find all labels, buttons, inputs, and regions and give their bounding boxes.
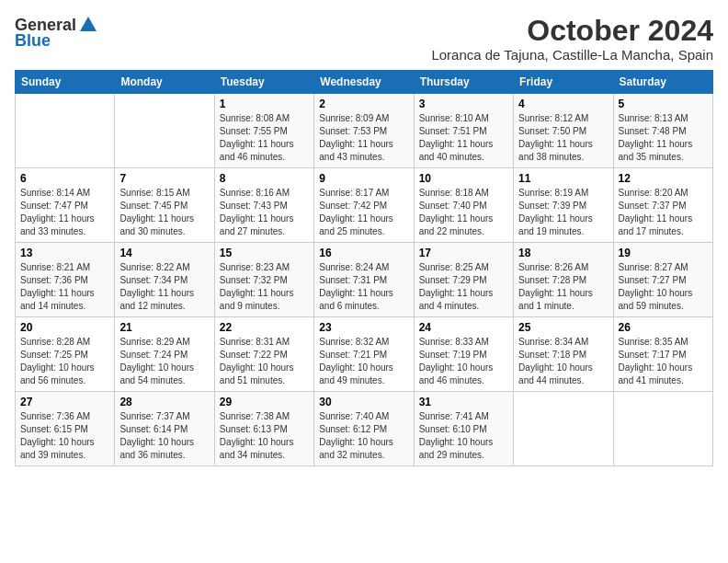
day-detail: Sunrise: 7:40 AM Sunset: 6:12 PM Dayligh…	[319, 410, 408, 462]
calendar-cell: 25Sunrise: 8:34 AM Sunset: 7:18 PM Dayli…	[514, 317, 613, 392]
day-number: 11	[518, 172, 608, 185]
calendar-cell: 16Sunrise: 8:24 AM Sunset: 7:31 PM Dayli…	[314, 243, 414, 317]
calendar-cell: 13Sunrise: 8:21 AM Sunset: 7:36 PM Dayli…	[16, 243, 115, 317]
day-detail: Sunrise: 8:15 AM Sunset: 7:45 PM Dayligh…	[119, 187, 209, 238]
day-detail: Sunrise: 8:33 AM Sunset: 7:19 PM Dayligh…	[419, 336, 508, 387]
day-number: 28	[119, 396, 209, 408]
day-number: 30	[319, 396, 408, 408]
calendar-cell	[16, 94, 115, 168]
day-number: 23	[319, 321, 408, 334]
logo: General Blue	[15, 15, 98, 51]
calendar-cell: 8Sunrise: 8:16 AM Sunset: 7:43 PM Daylig…	[214, 168, 313, 243]
day-number: 19	[619, 247, 708, 259]
day-detail: Sunrise: 8:10 AM Sunset: 7:51 PM Dayligh…	[419, 112, 508, 164]
day-detail: Sunrise: 8:25 AM Sunset: 7:29 PM Dayligh…	[419, 261, 508, 313]
calendar-week-row: 20Sunrise: 8:28 AM Sunset: 7:25 PM Dayli…	[16, 317, 713, 392]
day-detail: Sunrise: 8:13 AM Sunset: 7:48 PM Dayligh…	[619, 112, 708, 164]
calendar-cell: 18Sunrise: 8:26 AM Sunset: 7:28 PM Dayli…	[514, 243, 613, 317]
day-detail: Sunrise: 8:32 AM Sunset: 7:21 PM Dayligh…	[319, 336, 408, 387]
day-detail: Sunrise: 8:21 AM Sunset: 7:36 PM Dayligh…	[20, 261, 109, 313]
day-detail: Sunrise: 8:09 AM Sunset: 7:53 PM Dayligh…	[319, 112, 408, 164]
calendar-cell: 27Sunrise: 7:36 AM Sunset: 6:15 PM Dayli…	[16, 392, 115, 466]
calendar-cell: 24Sunrise: 8:33 AM Sunset: 7:19 PM Dayli…	[414, 317, 513, 392]
day-number: 8	[220, 172, 309, 185]
day-number: 10	[419, 172, 508, 185]
calendar-cell: 30Sunrise: 7:40 AM Sunset: 6:12 PM Dayli…	[314, 392, 414, 466]
day-number: 9	[319, 172, 408, 185]
day-number: 24	[419, 321, 508, 334]
calendar-cell: 9Sunrise: 8:17 AM Sunset: 7:42 PM Daylig…	[314, 168, 414, 243]
day-detail: Sunrise: 8:35 AM Sunset: 7:17 PM Dayligh…	[619, 336, 708, 387]
calendar-cell: 22Sunrise: 8:31 AM Sunset: 7:22 PM Dayli…	[214, 317, 313, 392]
svg-marker-0	[80, 17, 97, 31]
calendar-cell: 5Sunrise: 8:13 AM Sunset: 7:48 PM Daylig…	[613, 94, 712, 168]
calendar-table: SundayMondayTuesdayWednesdayThursdayFrid…	[15, 70, 713, 466]
day-number: 17	[419, 247, 508, 259]
day-detail: Sunrise: 7:41 AM Sunset: 6:10 PM Dayligh…	[419, 410, 508, 462]
calendar-cell: 15Sunrise: 8:23 AM Sunset: 7:32 PM Dayli…	[214, 243, 313, 317]
weekday-header: Friday	[514, 71, 613, 94]
day-number: 2	[319, 98, 408, 110]
page-header: General Blue October 2024 Loranca de Taj…	[15, 15, 713, 63]
calendar-week-row: 1Sunrise: 8:08 AM Sunset: 7:55 PM Daylig…	[16, 94, 713, 168]
day-detail: Sunrise: 8:34 AM Sunset: 7:18 PM Dayligh…	[518, 336, 608, 387]
day-number: 4	[518, 98, 608, 110]
calendar-cell	[514, 392, 613, 466]
day-number: 5	[619, 98, 708, 110]
calendar-cell: 10Sunrise: 8:18 AM Sunset: 7:40 PM Dayli…	[414, 168, 513, 243]
calendar-cell: 21Sunrise: 8:29 AM Sunset: 7:24 PM Dayli…	[115, 317, 214, 392]
day-detail: Sunrise: 8:31 AM Sunset: 7:22 PM Dayligh…	[220, 336, 309, 387]
day-detail: Sunrise: 8:14 AM Sunset: 7:47 PM Dayligh…	[20, 187, 109, 238]
calendar-week-row: 6Sunrise: 8:14 AM Sunset: 7:47 PM Daylig…	[16, 168, 713, 243]
day-detail: Sunrise: 8:17 AM Sunset: 7:42 PM Dayligh…	[319, 187, 408, 238]
logo-blue: Blue	[15, 31, 51, 51]
day-detail: Sunrise: 8:24 AM Sunset: 7:31 PM Dayligh…	[319, 261, 408, 313]
calendar-cell: 29Sunrise: 7:38 AM Sunset: 6:13 PM Dayli…	[214, 392, 313, 466]
day-detail: Sunrise: 8:27 AM Sunset: 7:27 PM Dayligh…	[619, 261, 708, 313]
calendar-cell: 19Sunrise: 8:27 AM Sunset: 7:27 PM Dayli…	[613, 243, 712, 317]
calendar-cell: 14Sunrise: 8:22 AM Sunset: 7:34 PM Dayli…	[115, 243, 214, 317]
location-title: Loranca de Tajuna, Castille-La Mancha, S…	[431, 47, 713, 63]
day-number: 26	[619, 321, 708, 334]
day-detail: Sunrise: 7:36 AM Sunset: 6:15 PM Dayligh…	[20, 410, 109, 462]
day-detail: Sunrise: 7:37 AM Sunset: 6:14 PM Dayligh…	[119, 410, 209, 462]
day-number: 13	[20, 247, 109, 259]
calendar-cell: 7Sunrise: 8:15 AM Sunset: 7:45 PM Daylig…	[115, 168, 214, 243]
weekday-header: Saturday	[613, 71, 712, 94]
day-detail: Sunrise: 8:23 AM Sunset: 7:32 PM Dayligh…	[220, 261, 309, 313]
calendar-cell: 26Sunrise: 8:35 AM Sunset: 7:17 PM Dayli…	[613, 317, 712, 392]
day-number: 7	[119, 172, 209, 185]
day-number: 21	[119, 321, 209, 334]
day-number: 16	[319, 247, 408, 259]
weekday-header: Sunday	[16, 71, 115, 94]
day-number: 29	[220, 396, 309, 408]
calendar-cell: 28Sunrise: 7:37 AM Sunset: 6:14 PM Dayli…	[115, 392, 214, 466]
calendar-cell: 12Sunrise: 8:20 AM Sunset: 7:37 PM Dayli…	[613, 168, 712, 243]
day-number: 1	[220, 98, 309, 110]
day-number: 25	[518, 321, 608, 334]
weekday-header: Thursday	[414, 71, 513, 94]
weekday-header-row: SundayMondayTuesdayWednesdayThursdayFrid…	[16, 71, 713, 94]
day-number: 22	[220, 321, 309, 334]
calendar-week-row: 13Sunrise: 8:21 AM Sunset: 7:36 PM Dayli…	[16, 243, 713, 317]
calendar-cell: 6Sunrise: 8:14 AM Sunset: 7:47 PM Daylig…	[16, 168, 115, 243]
day-detail: Sunrise: 8:28 AM Sunset: 7:25 PM Dayligh…	[20, 336, 109, 387]
day-number: 6	[20, 172, 109, 185]
day-number: 31	[419, 396, 508, 408]
month-title: October 2024	[431, 15, 713, 47]
day-number: 18	[518, 247, 608, 259]
calendar-cell: 4Sunrise: 8:12 AM Sunset: 7:50 PM Daylig…	[514, 94, 613, 168]
day-number: 3	[419, 98, 508, 110]
weekday-header: Wednesday	[314, 71, 414, 94]
calendar-week-row: 27Sunrise: 7:36 AM Sunset: 6:15 PM Dayli…	[16, 392, 713, 466]
calendar-cell: 23Sunrise: 8:32 AM Sunset: 7:21 PM Dayli…	[314, 317, 414, 392]
day-number: 20	[20, 321, 109, 334]
day-detail: Sunrise: 8:20 AM Sunset: 7:37 PM Dayligh…	[619, 187, 708, 238]
day-detail: Sunrise: 8:26 AM Sunset: 7:28 PM Dayligh…	[518, 261, 608, 313]
calendar-cell: 11Sunrise: 8:19 AM Sunset: 7:39 PM Dayli…	[514, 168, 613, 243]
day-detail: Sunrise: 8:08 AM Sunset: 7:55 PM Dayligh…	[220, 112, 309, 164]
calendar-cell: 2Sunrise: 8:09 AM Sunset: 7:53 PM Daylig…	[314, 94, 414, 168]
day-number: 14	[119, 247, 209, 259]
calendar-cell: 20Sunrise: 8:28 AM Sunset: 7:25 PM Dayli…	[16, 317, 115, 392]
calendar-cell: 3Sunrise: 8:10 AM Sunset: 7:51 PM Daylig…	[414, 94, 513, 168]
